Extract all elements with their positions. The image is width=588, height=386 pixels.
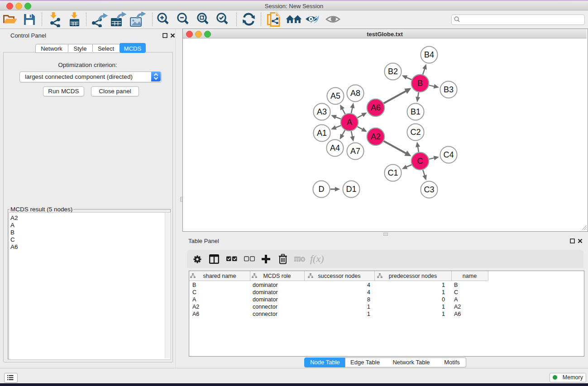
svg-text:A3: A3 <box>317 107 327 116</box>
svg-text:A7: A7 <box>350 147 360 156</box>
svg-text:C4: C4 <box>443 150 454 159</box>
svg-text:A6: A6 <box>371 103 381 112</box>
svg-text:A4: A4 <box>330 143 340 152</box>
svg-text:B3: B3 <box>444 85 454 94</box>
svg-text:C: C <box>417 157 423 166</box>
svg-text:A: A <box>347 118 352 127</box>
svg-text:B1: B1 <box>411 107 421 116</box>
svg-text:C3: C3 <box>424 185 434 194</box>
svg-text:A2: A2 <box>371 132 381 141</box>
svg-text:B: B <box>417 79 423 88</box>
svg-text:B4: B4 <box>424 50 434 59</box>
svg-text:A8: A8 <box>350 89 360 98</box>
svg-text:A1: A1 <box>317 129 327 138</box>
svg-text:C2: C2 <box>410 128 421 137</box>
svg-text:D: D <box>319 185 325 194</box>
svg-text:B2: B2 <box>388 67 398 76</box>
svg-text:C1: C1 <box>387 168 398 177</box>
svg-text:A5: A5 <box>330 91 340 100</box>
svg-text:D1: D1 <box>346 185 356 194</box>
